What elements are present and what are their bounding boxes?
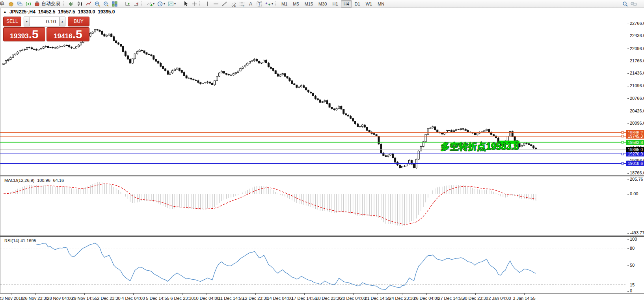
timeframe-m1-button[interactable]: M1 [279,0,290,7]
time-tick [255,294,256,295]
timeframe-mn-button[interactable]: MN [375,0,387,7]
hline-price-label: 19270.9 [626,152,644,157]
toolbar-separator [141,1,144,7]
time-tick-label: 2 Dec 23:30 [97,296,120,301]
time-tick-label: 3 Jan 14:55 [513,296,536,301]
vline-icon [204,1,210,7]
trendline-tool[interactable] [220,0,229,7]
chart-shift-icon[interactable] [132,0,141,7]
rsi-label: RSI(14) 41.1695 [4,238,36,243]
timeframe-m5-button[interactable]: M5 [290,0,302,7]
zoom-out-icon[interactable] [102,0,110,7]
market-watch-icon[interactable] [7,0,15,7]
textA-icon: A [248,1,254,7]
time-axis[interactable]: 23 Nov 201826 Nov 23:3028 Nov 04:0029 No… [0,293,644,303]
mql5-community-icon[interactable] [15,0,24,7]
zoom-in-icon[interactable] [93,0,102,7]
rsi-canvas[interactable] [0,237,626,293]
main-chart-pane[interactable] [0,8,626,175]
volume-increase-button[interactable]: ▲ [59,17,65,26]
svg-text:A: A [249,1,252,7]
price-axis[interactable]: 22766.022436.022096.021766.021436.021096… [626,8,644,175]
timeframe-d1-button[interactable]: D1 [352,0,363,7]
price-tick-label: 22096.0 [627,46,644,51]
time-tick [329,294,329,295]
time-tick-label: 4 Dec 04:00 [121,296,145,301]
template-icon [168,1,174,7]
periods-button[interactable]: ▾ [156,0,166,7]
tiles-icon [112,1,118,7]
current-price-label: 19395.0 [626,147,644,152]
arrows-tool[interactable]: ▾ [264,0,274,7]
candlestick-canvas[interactable] [0,8,626,175]
price-tick-label: 21096.0 [627,83,644,88]
time-tick-label: 11 Dec 14:55 [218,296,244,301]
hline-price-label: 19583.8 [626,140,644,145]
time-tick-label: 2 Jan 04:00 [488,296,511,301]
hline-icon [213,1,219,7]
macd-canvas[interactable] [0,176,626,236]
timeframe-m30-button[interactable]: M30 [316,0,329,7]
line-chart-icon[interactable] [84,0,93,7]
time-tick [426,294,427,295]
macd-tick-label: 0.00 [627,191,638,196]
time-tick-label: 17 Dec 14:55 [291,296,317,301]
fibonacci-tool[interactable]: F [238,0,246,7]
text-tool[interactable]: A [246,0,255,7]
timeframe-h1-button[interactable]: H1 [329,0,341,7]
time-tick [60,294,60,295]
new-order-button[interactable]: 单 [0,0,7,7]
price-tick-label: 22766.0 [627,21,644,26]
indicators-icon [146,1,153,7]
buy-price-display[interactable]: 19416 .5 [47,27,89,41]
price-tick-label: 20766.0 [627,96,644,101]
zoomout-icon [103,1,109,7]
symbol-period-label: JPN225-,H4 [9,9,35,15]
time-tick [475,294,476,295]
time-tick [378,294,378,295]
signals-icon[interactable] [24,0,33,7]
time-tick [524,294,525,295]
label-tool[interactable]: T [255,0,264,7]
timeframe-w1-button[interactable]: W1 [363,0,375,7]
volume-input[interactable] [30,17,59,26]
channel-tool[interactable]: E [229,0,238,7]
cursor-tool[interactable] [181,0,190,7]
time-tick-label: 5 Dec 14:55 [146,296,169,301]
macd-pane[interactable]: MACD(12,26,9) -100.96 -64.16 [0,176,626,236]
rsi-pane[interactable]: RSI(14) 41.1695 [0,237,626,293]
autoscroll-icon [125,1,131,7]
timeframe-m15-button[interactable]: M15 [302,0,316,7]
box-icon [8,1,14,7]
time-tick-label: 12 Dec 23:30 [242,296,268,301]
close-value: 19395.0 [98,9,115,15]
toolbar: 单自动交易▾▾▾EFAT▾M1M5M15M30H1H4D1W1MN [0,0,644,8]
templates-button[interactable]: ▾ [166,0,177,7]
macd-axis[interactable]: 205.760.00-493.77 [626,176,644,236]
autotrading-button[interactable]: 自动交易 [33,0,63,7]
rsi-axis[interactable]: 1008050150 [626,237,644,293]
time-tick-label: 6 Dec 23:30 [170,296,194,301]
rsi-tick-label: 80 [627,246,635,251]
vline-tool[interactable] [203,0,212,7]
sell-price-display[interactable]: 19393 .5 [3,27,45,41]
timeframe-h4-button[interactable]: H4 [341,0,352,7]
hline-tool[interactable] [212,0,220,7]
chat-icon[interactable] [629,0,638,7]
sell-button[interactable]: SELL [3,17,21,26]
volume-decrease-button[interactable]: ▼ [24,17,30,26]
indicators-button[interactable]: ▾ [145,0,156,7]
collapse-chart-icon[interactable]: ▲ [3,10,7,14]
signal-icon [25,1,32,7]
buy-button[interactable]: BUY [68,17,89,26]
toolbar-separator [639,1,642,7]
bar-chart-icon[interactable] [67,0,76,7]
screens-icon [17,1,23,7]
auto-scroll-icon[interactable] [123,0,132,7]
tile-windows-icon[interactable] [110,0,119,7]
candlestick-chart-icon[interactable] [76,0,84,7]
time-tick-label: 10 Dec 04:00 [194,296,219,301]
crosshair-tool[interactable] [190,0,199,7]
search-icon[interactable] [621,0,629,7]
turning-point-annotation: 多空转折点19583.8 [441,140,519,153]
